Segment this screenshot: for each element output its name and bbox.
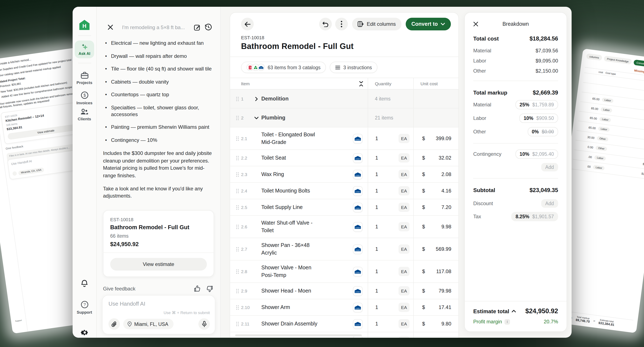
quantity-value[interactable]: 1 <box>368 268 398 274</box>
quantity-value[interactable]: 1 <box>368 321 398 327</box>
sidebar-item-projects[interactable]: Projects <box>72 72 96 85</box>
drag-handle-icon[interactable] <box>234 269 241 274</box>
close-icon[interactable] <box>108 24 113 30</box>
drag-handle-icon[interactable] <box>234 224 241 229</box>
unit-chip[interactable]: EA <box>398 222 410 231</box>
undo-button[interactable] <box>319 18 332 30</box>
drag-handle-icon[interactable] <box>234 156 241 160</box>
table-row[interactable]: 2.10Shower ArmLOWE'S 1EA $17.41 <box>230 299 458 316</box>
table-row[interactable]: 2.5Toilet Supply LineLOWE'S 1EA $7.20 <box>230 199 458 216</box>
unit-chip[interactable]: EA <box>398 170 410 179</box>
table-row[interactable]: 2.2Toilet SeatLOWE'S 1EA $32.02 <box>230 150 458 166</box>
unit-chip[interactable]: EA <box>398 203 410 212</box>
table-row[interactable]: 2.8Shower Valve - MoenPosi-TempLOWE'S 1E… <box>230 260 458 283</box>
sidebar-item-clients[interactable]: Clients <box>72 108 96 121</box>
quantity-value[interactable]: 1 <box>368 155 398 161</box>
quantity-value[interactable]: 1 <box>368 224 398 230</box>
unit-cost-value[interactable]: 17.41 <box>438 304 459 310</box>
close-icon[interactable] <box>473 22 478 26</box>
drag-handle-icon[interactable] <box>234 188 241 193</box>
instructions-badge[interactable]: 3 instructions <box>330 62 378 73</box>
chevron-down-icon[interactable] <box>251 116 261 119</box>
unit-cost-value[interactable]: 117.08 <box>436 268 459 274</box>
unit-cost-value[interactable]: 154.52 <box>436 338 459 338</box>
unit-chip[interactable]: EA <box>398 244 410 254</box>
unit-chip[interactable]: EA <box>398 186 410 196</box>
group-row-plumbing[interactable]: 2 Plumbing 21 items <box>230 108 458 128</box>
unit-chip[interactable]: EA <box>398 153 410 162</box>
catalogs-badge[interactable]: LOWE'S 63 items from 3 catalogs <box>241 62 326 73</box>
quantity-value[interactable]: 1 <box>368 338 398 338</box>
thumbs-down-button[interactable] <box>206 285 213 292</box>
back-button[interactable] <box>241 18 254 30</box>
lowes-catalog-icon[interactable]: LOWE'S <box>353 319 363 329</box>
unit-cost-value[interactable]: 399.09 <box>436 136 459 142</box>
table-row[interactable]: 2.7Shower Pan - 36×48AcrylicLOWE'S 1EA $… <box>230 238 458 260</box>
material-markup-input[interactable]: 25%$1,759.89 <box>516 100 558 109</box>
unit-chip[interactable]: EA <box>398 319 410 328</box>
table-row[interactable]: 2.4Toilet Mounting BoltsLOWE'S 1EA $4.16 <box>230 183 458 199</box>
info-icon[interactable]: i <box>504 319 510 324</box>
quantity-value[interactable]: 1 <box>368 246 398 252</box>
quantity-value[interactable]: 1 <box>368 288 398 294</box>
chevron-right-icon[interactable] <box>251 96 261 101</box>
drag-handle-icon[interactable] <box>234 322 241 326</box>
drag-handle-icon[interactable] <box>234 172 241 177</box>
unit-cost-value[interactable]: 9.80 <box>441 321 459 327</box>
unit-cost-value[interactable]: 32.02 <box>438 155 459 161</box>
chat-composer[interactable]: Use Handoff AI Use ⌘ + Return to submit … <box>102 295 215 334</box>
lowes-catalog-icon[interactable]: LOWE'S <box>353 222 363 232</box>
lowes-catalog-icon[interactable]: LOWE'S <box>353 266 363 276</box>
notifications-button[interactable] <box>72 280 96 288</box>
tax-input[interactable]: 8.25%$1,901.57 <box>511 212 558 221</box>
sidebar-item-support[interactable]: ? Support <box>72 300 96 314</box>
app-logo[interactable]: H <box>72 20 96 30</box>
lowes-catalog-icon[interactable]: LOWE'S <box>353 170 363 179</box>
lowes-catalog-icon[interactable]: LOWE'S <box>353 244 363 254</box>
new-chat-icon[interactable] <box>194 24 200 30</box>
attach-button[interactable] <box>108 318 120 330</box>
quantity-value[interactable]: 1 <box>368 188 398 194</box>
mic-button[interactable] <box>198 318 210 330</box>
horizontal-scrollbar[interactable] <box>235 334 362 336</box>
location-chip[interactable]: Miami, FL, USA <box>123 319 173 329</box>
other-markup-input[interactable]: 0%$0.00 <box>528 127 558 136</box>
quantity-value[interactable]: 1 <box>368 204 398 210</box>
group-row-demolition[interactable]: 1 Demolition 4 items <box>230 90 458 108</box>
drag-handle-icon[interactable] <box>234 305 241 310</box>
quantity-value[interactable]: 1 <box>368 172 398 177</box>
unit-chip[interactable]: EA <box>398 134 410 143</box>
convert-to-button[interactable]: Convert to <box>406 18 451 30</box>
lowes-catalog-icon[interactable]: LOWE'S <box>353 202 363 212</box>
lowes-catalog-icon[interactable]: LOWE'S <box>353 302 363 312</box>
thumbs-up-button[interactable] <box>194 285 200 292</box>
quantity-value[interactable]: 1 <box>368 304 398 310</box>
unit-cost-value[interactable]: 2.08 <box>441 172 459 177</box>
collapse-all-button[interactable] <box>359 81 364 86</box>
lowes-catalog-icon[interactable]: LOWE'S <box>353 153 363 163</box>
more-options-button[interactable] <box>335 18 348 30</box>
unit-chip[interactable]: EA <box>398 286 410 296</box>
unit-cost-value[interactable]: 79.98 <box>438 288 459 294</box>
contingency-input[interactable]: 10%$2,095.40 <box>516 150 558 159</box>
unit-cost-value[interactable]: 7.20 <box>441 204 459 210</box>
table-row[interactable]: 2.1Toilet - Elongated BowlMid-GradeLOWE'… <box>230 128 458 150</box>
drag-handle-icon[interactable] <box>234 136 241 141</box>
lowes-catalog-icon[interactable]: LOWE'S <box>353 134 363 143</box>
lowes-catalog-icon[interactable]: LOWE'S <box>353 286 363 296</box>
sidebar-item-ask-ai[interactable]: Ask AI <box>72 40 96 58</box>
drag-handle-icon[interactable] <box>234 288 241 293</box>
quantity-value[interactable]: 1 <box>368 136 398 142</box>
add-contingency-button[interactable]: Add <box>541 163 558 172</box>
lowes-catalog-icon[interactable]: LOWE'S <box>353 186 363 196</box>
drag-handle-icon[interactable] <box>234 116 241 120</box>
add-discount-button[interactable]: Add <box>541 199 558 208</box>
table-row[interactable]: 2.11Shower Drain AssemblyLOWE'S 1EA $9.8… <box>230 316 458 332</box>
drag-handle-icon[interactable] <box>234 247 241 252</box>
unit-chip[interactable]: EA <box>398 336 410 338</box>
sidebar-item-invoices[interactable]: $ Invoices <box>72 91 96 105</box>
labor-markup-input[interactable]: 10%$909.50 <box>520 114 558 123</box>
drag-handle-icon[interactable] <box>234 96 241 101</box>
unit-chip[interactable]: EA <box>398 303 410 312</box>
table-row[interactable]: 2.6Water Shut-off Valve -ToiletLOWE'S 1E… <box>230 216 458 238</box>
